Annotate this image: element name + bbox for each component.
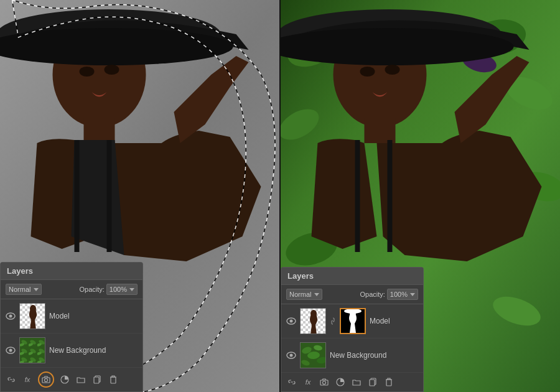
left-layers-panel: Layers Normal Opacity: 100%	[0, 262, 143, 392]
svg-point-11	[105, 65, 119, 75]
svg-point-10	[80, 67, 95, 77]
svg-rect-30	[94, 377, 99, 383]
right-bg-thumb	[300, 342, 326, 368]
right-opacity-section: Opacity: 100%	[360, 289, 419, 300]
left-model-thumb-content	[20, 304, 45, 329]
right-fx-icon[interactable]: fx	[302, 376, 314, 388]
right-layer-bg[interactable]: New Background	[281, 338, 423, 373]
left-copy-icon[interactable]	[91, 374, 103, 385]
right-model-thumb	[300, 308, 326, 334]
right-model-mask-thumb[interactable]	[340, 308, 366, 334]
right-opacity-chevron-icon	[410, 293, 415, 296]
svg-point-19	[30, 305, 36, 312]
right-trash-icon[interactable]	[383, 376, 394, 388]
svg-rect-9	[107, 140, 112, 252]
left-adjustment-icon[interactable]	[59, 374, 70, 385]
svg-rect-23	[20, 338, 45, 363]
svg-point-13	[9, 315, 12, 318]
layer-chain-link	[330, 317, 336, 325]
svg-rect-49	[388, 140, 393, 252]
right-layers-header: Layers	[281, 268, 423, 285]
left-bg-thumb	[19, 337, 45, 363]
svg-point-27	[45, 379, 48, 382]
left-layer-bg-visibility[interactable]	[6, 345, 16, 355]
left-layer-model-visibility[interactable]	[6, 311, 16, 321]
right-layers-panel: Layers Normal Opacity: 100%	[281, 267, 424, 392]
left-fx-icon[interactable]: fx	[22, 374, 33, 385]
right-layers-title: Layers	[287, 271, 314, 281]
left-folder-icon[interactable]	[75, 374, 86, 385]
right-layer-model-visibility[interactable]	[286, 316, 296, 326]
right-layer-bg-visibility[interactable]	[286, 350, 296, 360]
right-layer-model[interactable]: Model	[281, 304, 423, 338]
left-bg-thumb-content	[20, 338, 45, 363]
right-camera-icon[interactable]	[319, 376, 330, 388]
eye-icon	[6, 312, 16, 320]
right-copy-icon[interactable]	[367, 376, 378, 388]
left-camera-icon[interactable]	[38, 371, 54, 388]
right-blend-chevron-icon	[314, 293, 319, 296]
left-layers-title: Layers	[7, 266, 33, 276]
left-bg-layer-name: New Background	[49, 346, 138, 355]
right-bg-thumb-content	[301, 343, 325, 368]
left-trash-icon[interactable]	[108, 374, 119, 385]
left-opacity-chevron-icon	[129, 288, 134, 291]
svg-rect-5	[84, 118, 115, 143]
left-layer-bg[interactable]: New Background	[1, 334, 142, 368]
left-layers-header: Layers	[1, 263, 142, 280]
svg-rect-48	[355, 140, 360, 252]
right-panel: Layers Normal Opacity: 100%	[281, 0, 560, 392]
left-layers-toolbar: fx	[1, 368, 142, 391]
right-model-layer-name: Model	[370, 317, 418, 325]
svg-rect-76	[386, 380, 391, 386]
left-opacity-value[interactable]: 100%	[106, 284, 138, 295]
svg-rect-75	[370, 380, 375, 386]
right-link-icon[interactable]	[286, 376, 297, 388]
eye-icon	[6, 347, 16, 354]
svg-point-51	[385, 65, 400, 75]
left-blend-row: Normal Opacity: 100%	[1, 280, 142, 299]
left-model-layer-name: Model	[49, 312, 138, 320]
svg-rect-45	[365, 118, 396, 143]
left-opacity-label: Opacity:	[80, 286, 105, 293]
right-bg-layer-name: New Background	[330, 351, 418, 360]
eye-icon	[286, 317, 296, 325]
svg-point-21	[9, 349, 12, 352]
right-blend-mode-select[interactable]: Normal	[286, 289, 322, 300]
left-panel: Layers Normal Opacity: 100%	[0, 0, 279, 392]
right-opacity-value[interactable]: 100%	[387, 289, 418, 300]
svg-point-64	[290, 354, 293, 357]
svg-point-72	[323, 381, 326, 385]
left-layer-model[interactable]: Model	[1, 299, 142, 334]
svg-rect-31	[111, 377, 116, 383]
right-opacity-label: Opacity:	[360, 291, 385, 298]
left-blend-mode-select[interactable]: Normal	[6, 284, 42, 295]
right-layers-toolbar: fx	[281, 373, 423, 391]
right-adjustment-icon[interactable]	[335, 376, 346, 388]
left-link-icon[interactable]	[6, 374, 17, 385]
svg-rect-8	[75, 140, 80, 252]
svg-point-59	[310, 310, 317, 317]
svg-point-50	[360, 67, 375, 77]
right-folder-icon[interactable]	[351, 376, 362, 388]
left-blend-chevron-icon	[34, 288, 39, 291]
left-model-thumb	[19, 303, 45, 329]
left-opacity-section: Opacity: 100%	[80, 284, 138, 295]
right-blend-row: Normal Opacity: 100%	[281, 285, 423, 304]
svg-point-53	[290, 320, 293, 323]
eye-icon	[286, 352, 296, 359]
